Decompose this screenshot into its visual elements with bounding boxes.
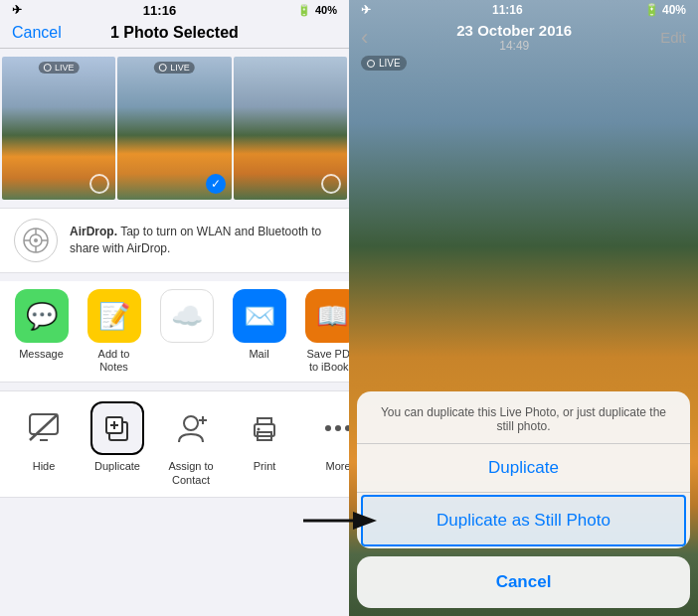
- airplane-icon: ✈: [12, 3, 22, 17]
- airdrop-section: AirDrop. Tap to turn on WLAN and Bluetoo…: [0, 208, 349, 273]
- airdrop-icon[interactable]: [14, 219, 58, 262]
- battery-icon: 🔋: [297, 4, 311, 17]
- dialog-message: You can duplicate this Live Photo, or ju…: [357, 391, 690, 444]
- live-badge-2: LIVE: [154, 62, 195, 74]
- photo-date: 23 October 2016: [456, 22, 572, 39]
- action-hide[interactable]: Hide: [14, 401, 74, 473]
- airdrop-bold-label: AirDrop.: [70, 225, 117, 238]
- live-dot-icon-2: [159, 64, 167, 72]
- select-circle-3: [321, 174, 341, 194]
- photo-thumb-2[interactable]: LIVE ✓: [117, 57, 231, 200]
- mail-icon-box: ✉️: [233, 289, 286, 343]
- battery-percent: 40%: [315, 4, 337, 16]
- dialog-box: You can duplicate this Live Photo, or ju…: [357, 391, 690, 548]
- action-row: Hide Duplicate A: [0, 390, 349, 497]
- left-status-left: ✈: [12, 3, 22, 17]
- more-icon: [320, 410, 349, 446]
- selected-checkmark-2: ✓: [206, 174, 226, 194]
- photo-time: 14:49: [456, 39, 572, 53]
- assign-label: Assign to Contact: [161, 460, 221, 486]
- ibooks-icon-box: 📖: [305, 289, 350, 343]
- svg-point-2: [34, 238, 38, 242]
- cancel-button[interactable]: Cancel: [12, 24, 62, 42]
- action-assign[interactable]: Assign to Contact: [161, 401, 221, 486]
- share-notes[interactable]: 📝 Add to Notes: [87, 289, 141, 374]
- right-nav: ‹ 23 October 2016 14:49 Edit: [349, 0, 698, 59]
- right-live-label: LIVE: [379, 58, 401, 69]
- notes-icon-box: 📝: [87, 289, 141, 343]
- print-icon-box: [238, 401, 291, 455]
- live-badge-1: LIVE: [39, 62, 80, 74]
- share-icloud[interactable]: ☁️: [159, 289, 214, 348]
- more-label: More: [325, 460, 349, 473]
- share-icons-row: 💬 Message 📝 Add to Notes ☁️ ✉️ Mail 📖 Sa…: [0, 281, 349, 383]
- dialog-overlay: You can duplicate this Live Photo, or ju…: [349, 391, 698, 616]
- dialog-cancel-box: Cancel: [357, 556, 690, 608]
- svg-point-19: [258, 428, 261, 431]
- right-live-badge: LIVE: [361, 56, 407, 71]
- icloud-icon-box: ☁️: [160, 289, 214, 343]
- left-status-bar: ✈ 11:16 🔋 40%: [0, 0, 349, 20]
- notes-label: Add to Notes: [87, 348, 141, 374]
- hide-label: Hide: [33, 460, 56, 473]
- right-nav-date-group: 23 October 2016 14:49: [456, 22, 572, 53]
- message-icon-box: 💬: [15, 289, 69, 343]
- duplicate-icon-box: [90, 401, 144, 455]
- left-status-time: 11:16: [143, 3, 176, 18]
- assign-icon-box: [164, 401, 218, 455]
- message-label: Message: [19, 348, 64, 361]
- svg-point-20: [325, 425, 331, 431]
- hide-icon-box: [17, 401, 71, 455]
- svg-point-14: [184, 416, 198, 430]
- right-panel: ✈ 11:16 🔋 40% ‹ 23 October 2016 14:49 Ed…: [349, 0, 698, 616]
- edit-button[interactable]: Edit: [660, 29, 686, 46]
- airdrop-svg: [22, 227, 50, 254]
- action-print[interactable]: Print: [235, 401, 294, 473]
- airdrop-text: AirDrop. Tap to turn on WLAN and Bluetoo…: [70, 224, 335, 257]
- action-duplicate[interactable]: Duplicate: [87, 401, 147, 473]
- right-live-dot: [367, 60, 375, 68]
- print-label: Print: [254, 460, 276, 473]
- share-message[interactable]: 💬 Message: [14, 289, 69, 361]
- duplicate-still-button[interactable]: Duplicate as Still Photo: [361, 495, 686, 546]
- nav-title: 1 Photo Selected: [110, 24, 239, 42]
- left-status-right: 🔋 40%: [297, 4, 337, 17]
- svg-line-8: [30, 414, 58, 440]
- share-ibooks[interactable]: 📖 Save PDF to iBooks: [304, 289, 349, 374]
- duplicate-button[interactable]: Duplicate: [357, 444, 690, 493]
- print-icon: [247, 410, 282, 446]
- assign-icon: [173, 410, 209, 446]
- ibooks-label: Save PDF to iBooks: [304, 348, 349, 374]
- share-mail[interactable]: ✉️ Mail: [232, 289, 286, 361]
- more-icon-box: [311, 401, 349, 455]
- action-more[interactable]: More: [308, 401, 349, 473]
- photo-thumb-3[interactable]: [234, 57, 347, 200]
- live-dot-icon: [44, 64, 52, 72]
- photo-grid: LIVE LIVE ✓: [0, 49, 349, 208]
- photo-thumb-1[interactable]: LIVE: [2, 57, 115, 200]
- select-circle-1: [89, 174, 109, 194]
- back-button[interactable]: ‹: [361, 25, 368, 51]
- mail-label: Mail: [249, 348, 268, 361]
- left-nav-bar: Cancel 1 Photo Selected: [0, 20, 349, 49]
- duplicate-icon: [101, 412, 133, 444]
- left-panel: ✈ 11:16 🔋 40% Cancel 1 Photo Selected LI…: [0, 0, 349, 616]
- hide-icon: [26, 410, 62, 446]
- duplicate-label: Duplicate: [94, 460, 140, 473]
- dialog-cancel-button[interactable]: Cancel: [357, 556, 690, 608]
- svg-point-21: [335, 425, 341, 431]
